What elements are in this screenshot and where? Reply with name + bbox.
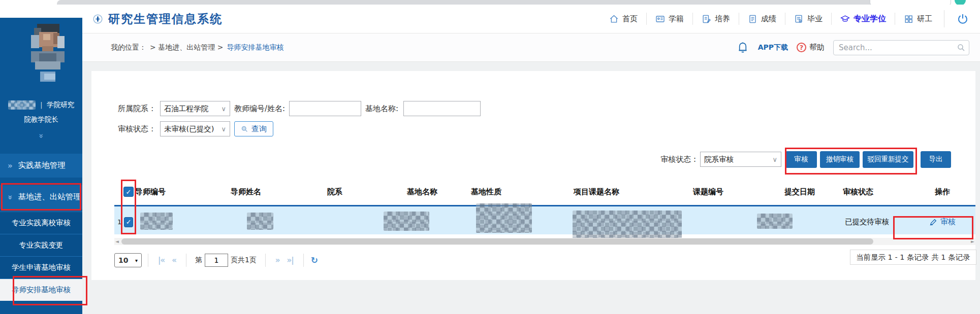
nav-item-grades[interactable]: 成绩: [739, 13, 785, 25]
chevron-down-icon: ∨: [221, 105, 226, 113]
browser-strip: [57, 0, 885, 5]
col-header-tutor-name: 导师姓名: [229, 187, 325, 197]
utility-bar: APP下载 ? 帮助: [736, 40, 969, 55]
divider: [186, 254, 186, 267]
sidebar-item-practice-leave-audit[interactable]: 专业实践离校审核: [0, 212, 82, 234]
redacted-project-name: [573, 211, 682, 239]
redacted-submit-date: [757, 214, 793, 229]
chevron-down-icon: »: [6, 195, 15, 200]
breadcrumb: 我的位置： > 基地进、出站管理 > 导师安排基地审核: [111, 43, 283, 52]
user-name-line: ｜ 学院研究: [0, 100, 82, 110]
dept-label: 所属院系：: [118, 104, 156, 114]
scrollbar-thumb[interactable]: [121, 238, 873, 245]
divider: [148, 254, 148, 267]
col-header-base-type: 基地性质: [469, 187, 572, 197]
teacher-input[interactable]: [289, 101, 361, 116]
search-icon[interactable]: [957, 43, 966, 52]
row-checkbox[interactable]: ✓: [124, 217, 133, 227]
audit-table: ✓ 导师编号 导师姓名 院系 基地名称 基地性质 项目课题名称 课题编号 提交日…: [114, 179, 975, 267]
page-suffix: 页共1页: [231, 256, 257, 265]
main-header: 研究生管理信息系统 首页 学籍 培养 成绩 毕业: [0, 5, 980, 33]
horizontal-scrollbar[interactable]: ◄ ►: [114, 238, 975, 245]
redacted-base-name: [476, 203, 532, 233]
nav-item-cultivation[interactable]: 培养: [692, 13, 739, 25]
col-header-audit-status: 审核状态: [841, 187, 909, 197]
base-name-input[interactable]: [403, 101, 481, 116]
base-name-label: 基地名称:: [365, 104, 398, 114]
page-prefix: 第: [195, 256, 202, 265]
breadcrumb-prefix: 我的位置：: [111, 43, 146, 52]
page-number-input[interactable]: [205, 254, 228, 267]
row-audit-link[interactable]: 审核: [909, 217, 975, 227]
university-logo-icon: [93, 14, 103, 24]
chevron-down-icon: ▾: [135, 258, 138, 263]
certificate-icon: [794, 14, 804, 24]
divider: [265, 254, 266, 267]
sidebar-item-practice-base-management[interactable]: » 实践基地管理: [0, 154, 82, 178]
revoke-approval-button[interactable]: 撤销审核: [820, 151, 860, 168]
help-icon: ?: [797, 43, 806, 52]
sidebar-item-practice-change[interactable]: 专业实践变更: [0, 234, 82, 256]
sidebar-item-student-apply-base-audit[interactable]: 学生申请基地审核: [0, 256, 82, 278]
col-header-tutor-id: 导师编号: [133, 187, 229, 197]
logout-button[interactable]: [944, 10, 980, 27]
brand: 研究生管理信息系统: [93, 11, 223, 27]
app-download-link[interactable]: APP下载: [758, 43, 788, 52]
idcard-icon: [655, 14, 665, 24]
prev-page-button[interactable]: «: [172, 256, 176, 265]
graduation-cap-icon: [840, 14, 850, 24]
chevron-down-icon: ∨: [221, 125, 226, 133]
select-all-checkbox[interactable]: ✓: [123, 187, 134, 197]
divider: [303, 254, 304, 267]
nav-item-graduation[interactable]: 毕业: [785, 13, 831, 25]
export-button[interactable]: 导出: [921, 151, 951, 168]
content-panel: 所属院系： 石油工程学院 ∨ 教师编号/姓名: 基地名称: 审核状态： 未审核(…: [91, 71, 975, 280]
bulk-status-select[interactable]: 院系审核 ∨: [700, 152, 781, 167]
chevron-right-icon: »: [8, 161, 13, 170]
col-header-topic-id: 课题编号: [691, 187, 782, 197]
record-summary: 当前显示 1 - 1 条记录 共 1 条记录: [850, 250, 976, 265]
sidebar-item-base-in-out-management[interactable]: » 基地进、出站管理: [0, 185, 82, 209]
scroll-right-icon[interactable]: ►: [971, 238, 974, 245]
approve-button[interactable]: 审核: [785, 151, 817, 168]
redacted-department: [384, 212, 429, 231]
power-icon: [957, 13, 969, 25]
top-nav: 首页 学籍 培养 成绩 毕业 专业学位: [600, 5, 980, 33]
help-link[interactable]: ? 帮助: [797, 43, 825, 52]
bell-icon[interactable]: [736, 41, 749, 55]
refresh-icon[interactable]: ↻: [311, 255, 318, 265]
query-button[interactable]: 查询: [234, 121, 273, 136]
breadcrumb-bar: 我的位置： > 基地进、出站管理 > 导师安排基地审核 APP下载 ? 帮助: [82, 33, 980, 62]
doc-pen-icon: [702, 14, 711, 24]
last-page-button[interactable]: »|: [287, 256, 294, 265]
sidebar: ｜ 学院研究 院教学院长 » » 实践基地管理 » 基地进、出站管理 专业实践离…: [0, 18, 82, 314]
audit-status-text: 已提交待审核: [841, 217, 909, 227]
search-input[interactable]: [833, 40, 969, 55]
nav-item-research-affairs[interactable]: 研工: [895, 13, 941, 25]
nav-item-student-status[interactable]: 学籍: [646, 13, 692, 25]
row-number: 1: [117, 218, 121, 226]
table-row[interactable]: 1 ✓ 已提交待审核 审核: [114, 206, 975, 234]
next-page-button[interactable]: »: [275, 256, 280, 265]
nav-item-home[interactable]: 首页: [600, 13, 646, 25]
page-size-select[interactable]: 10 ▾: [114, 253, 142, 267]
teacher-label: 教师编号/姓名:: [234, 104, 285, 114]
home-icon: [609, 14, 619, 24]
breadcrumb-current: 导师安排基地审核: [227, 43, 283, 52]
first-page-button[interactable]: |«: [158, 256, 165, 265]
scroll-left-icon[interactable]: ◄: [115, 238, 119, 245]
redacted-user-name: [8, 100, 36, 110]
dept-select[interactable]: 石油工程学院 ∨: [160, 101, 230, 116]
profile-expand-toggle[interactable]: »: [0, 131, 82, 141]
status-select[interactable]: 未审核(已提交) ∨: [160, 121, 230, 136]
bulk-actions: 审核状态 : 院系审核 ∨ 审核 撤销审核 驳回重新提交 导出: [660, 150, 951, 168]
reject-resubmit-button[interactable]: 驳回重新提交: [863, 151, 913, 168]
graduate-management-system-page: 研究生管理信息系统 首页 学籍 培养 成绩 毕业: [0, 0, 980, 314]
search-icon: [241, 125, 248, 133]
user-role: 院教学院长: [0, 115, 82, 124]
bulk-status-label: 审核状态 :: [660, 155, 696, 164]
redacted-tutor-name: [247, 213, 273, 230]
sidebar-item-tutor-arrange-base-audit[interactable]: 导师安排基地审核: [0, 278, 82, 301]
col-header-base-name: 基地名称: [405, 187, 469, 197]
nav-item-professional-degree[interactable]: 专业学位: [831, 13, 895, 25]
